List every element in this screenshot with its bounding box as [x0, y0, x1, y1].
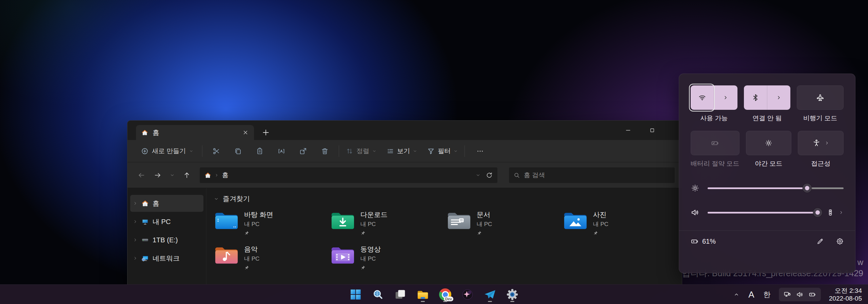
sidebar-item-network[interactable]: 네트워크	[130, 250, 203, 267]
quick-toggle-battery-saver[interactable]	[691, 131, 739, 155]
brightness-track[interactable]	[708, 187, 844, 189]
chevron-down-icon	[189, 149, 193, 153]
cut-button[interactable]	[209, 144, 223, 158]
pin-icon	[360, 230, 366, 236]
wifi-expand-button[interactable]	[714, 85, 737, 110]
paste-button[interactable]	[253, 144, 267, 158]
back-button[interactable]	[134, 168, 149, 182]
quick-settings-footer: 61%	[691, 231, 844, 252]
quick-toggle-night-mode[interactable]	[746, 131, 792, 155]
edit-quick-settings-button[interactable]	[816, 238, 824, 245]
folder-tile-videos[interactable]: 동영상 내 PC	[330, 245, 447, 279]
chevron-right-icon	[215, 173, 219, 177]
folder-tile-documents[interactable]: 문서 내 PC	[447, 210, 563, 245]
folder-tile-desktop[interactable]: 바탕 화면 내 PC	[214, 210, 330, 245]
taskbar-start[interactable]	[348, 287, 363, 302]
running-indicator	[443, 301, 447, 302]
star-app-icon	[461, 288, 474, 301]
quick-toggle-bluetooth[interactable]	[744, 85, 791, 110]
recent-locations-button[interactable]	[167, 168, 178, 182]
taskbar-file-explorer[interactable]	[415, 287, 431, 302]
maximize-button[interactable]	[649, 127, 655, 134]
quick-toggle-wifi[interactable]	[691, 85, 737, 110]
clock-time: 오전 2:34	[829, 287, 862, 295]
sidebar-item-home[interactable]: 홈	[130, 195, 203, 212]
sort-menu-button[interactable]: 정렬	[346, 147, 376, 156]
clock[interactable]: 오전 2:34 2022-08-05	[826, 285, 865, 304]
new-button[interactable]: 새로 만들기	[139, 146, 195, 156]
quick-toggle-airplane-mode[interactable]	[797, 85, 844, 110]
sidebar-item-my-pc[interactable]: 내 PC	[130, 213, 203, 230]
audio-output-icon[interactable]	[827, 209, 834, 216]
sort-menu-label: 정렬	[356, 147, 369, 156]
volume-fill	[708, 212, 817, 214]
downloads-folder-icon	[330, 210, 355, 230]
running-indicator	[421, 301, 425, 302]
sidebar-item-label: 네트워크	[153, 254, 180, 263]
taskbar-star-app[interactable]	[460, 287, 475, 302]
settings-gear-button[interactable]	[836, 238, 844, 245]
volume-track[interactable]	[708, 212, 818, 214]
running-indicator	[510, 301, 514, 302]
chevron-right-icon	[133, 238, 138, 242]
pin-icon	[244, 230, 249, 236]
folder-location: 내 PC	[360, 220, 376, 228]
quick-toggle-accessibility[interactable]	[798, 131, 844, 155]
delete-button[interactable]	[318, 144, 332, 158]
favorites-section-header[interactable]: 즐겨찾기	[214, 194, 682, 203]
favorites-section-label: 즐겨찾기	[223, 194, 250, 203]
sidebar-item-drive-e[interactable]: 1TB (E:)	[130, 231, 203, 248]
brightness-thumb[interactable]	[803, 184, 812, 193]
explorer-main: 즐겨찾기 바탕 화면 내 PC 다운로드 내 PC 문서 내 PC 사진 내 P…	[206, 188, 682, 285]
address-dropdown-icon[interactable]	[476, 173, 480, 178]
taskbar-settings[interactable]	[505, 287, 520, 302]
search-placeholder: 홈 검색	[524, 171, 545, 180]
chevron-right-icon	[825, 141, 829, 145]
up-button[interactable]	[180, 168, 194, 182]
view-menu-label: 보기	[397, 147, 410, 156]
insider-watermark-line1: w	[857, 258, 863, 267]
quick-settings-tray-button[interactable]	[779, 288, 821, 301]
bluetooth-expand-button[interactable]	[767, 85, 790, 110]
folder-tile-downloads[interactable]: 다운로드 내 PC	[330, 210, 447, 245]
refresh-icon[interactable]	[486, 172, 493, 179]
view-menu-button[interactable]: 보기	[387, 147, 417, 156]
folder-tile-music[interactable]: 음악 내 PC	[214, 245, 330, 279]
filter-menu-button[interactable]: 필터	[427, 147, 458, 156]
hidden-icons-button[interactable]	[731, 288, 742, 301]
search-input[interactable]: 홈 검색	[509, 167, 675, 183]
folder-tile-pictures[interactable]: 사진 내 PC	[563, 210, 679, 245]
taskbar-telegram[interactable]	[482, 287, 498, 302]
ime-latin-indicator[interactable]: A	[745, 288, 758, 301]
tab-title: 홈	[153, 128, 238, 137]
ime-korean-indicator[interactable]: 한	[761, 288, 773, 301]
share-icon	[299, 147, 307, 155]
rename-button[interactable]	[274, 144, 289, 158]
new-tab-button[interactable]	[261, 128, 270, 137]
copy-button[interactable]	[231, 144, 245, 158]
pin-icon	[360, 265, 366, 270]
wifi-label: 사용 가능	[700, 114, 728, 123]
explorer-tab-home[interactable]: 홈	[136, 125, 254, 140]
favorites-grid: 바탕 화면 내 PC 다운로드 내 PC 문서 내 PC 사진 내 PC 음악 …	[214, 210, 682, 279]
chrome-dev-badge: Dev	[444, 297, 453, 301]
forward-button[interactable]	[151, 168, 165, 182]
taskbar-search[interactable]	[370, 287, 386, 302]
chevron-down-icon	[454, 149, 458, 153]
tab-close-icon[interactable]	[242, 129, 249, 136]
folder-name: 동영상	[360, 245, 381, 254]
brightness-slider[interactable]	[691, 184, 844, 192]
music-folder-icon	[214, 245, 239, 265]
rename-icon	[277, 147, 285, 155]
taskbar-task-view[interactable]	[393, 287, 408, 302]
explorer-sidebar: 홈 내 PC 1TB (E:) 네트워크	[127, 188, 206, 285]
more-options-button[interactable]	[473, 144, 487, 158]
address-bar[interactable]: 홈	[199, 167, 498, 183]
share-button[interactable]	[296, 144, 310, 158]
taskbar-chrome-dev[interactable]: Dev	[437, 287, 453, 302]
volume-thumb[interactable]	[813, 208, 822, 217]
battery-status[interactable]: 61%	[691, 237, 716, 245]
volume-slider[interactable]	[691, 208, 844, 217]
chevron-right-icon[interactable]	[839, 210, 844, 215]
minimize-button[interactable]	[625, 127, 631, 134]
